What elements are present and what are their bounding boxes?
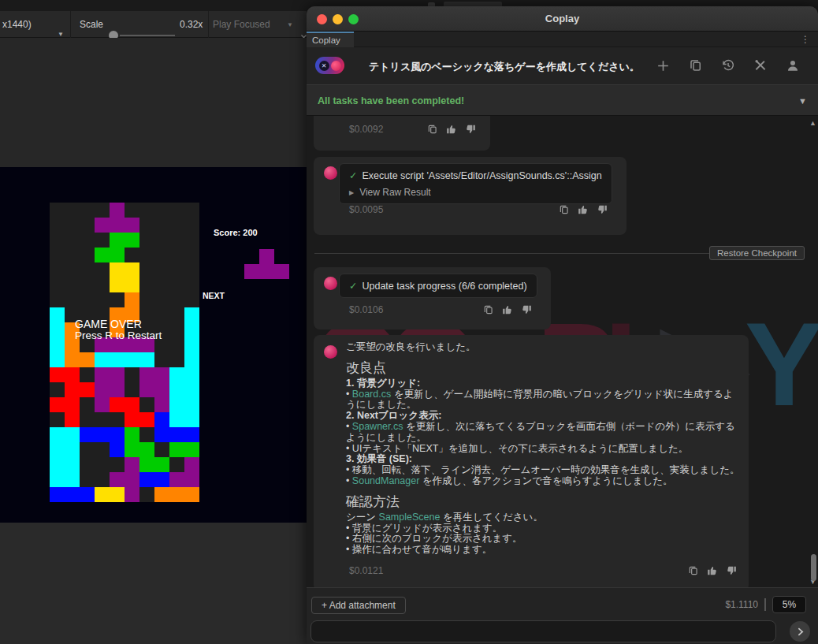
tetris-cell xyxy=(50,367,65,382)
tetris-cell xyxy=(125,487,139,502)
chat-input[interactable] xyxy=(310,620,776,642)
message-cost: $0.0092 xyxy=(349,124,383,135)
tetris-cell xyxy=(65,472,80,487)
tetris-cell xyxy=(50,397,65,412)
tetris-cell xyxy=(139,382,154,397)
tasks-status-banner[interactable]: All tasks have been completed! ▼ xyxy=(307,84,818,116)
tetris-cell xyxy=(110,352,125,367)
scale-slider-track[interactable] xyxy=(120,35,175,36)
thumbs-up-icon[interactable] xyxy=(578,204,589,215)
file-link[interactable]: Spawner.cs xyxy=(352,421,403,432)
tetris-cell xyxy=(169,412,184,427)
message-line: • SoundManager を作成し、各アクションで音を鳴らすようにしました。 xyxy=(346,476,740,487)
context-percent-button[interactable]: 5% xyxy=(772,596,806,613)
scrollbar-thumb[interactable] xyxy=(811,554,816,581)
tetris-cell xyxy=(80,487,95,502)
tetris-cell xyxy=(110,233,125,248)
triangle-right-icon: ▶ xyxy=(349,189,354,196)
tetris-cell xyxy=(154,457,169,472)
tab-coplay[interactable]: Coplay xyxy=(307,32,354,47)
tetris-cell xyxy=(125,457,139,472)
message-line: 1. 背景グリッド: xyxy=(346,378,740,389)
send-button[interactable] xyxy=(790,621,810,642)
unity-game-viewport[interactable]: Score: 200 NEXT GAME OVER Press R to Res… xyxy=(0,167,307,523)
tetris-cell xyxy=(65,427,80,442)
tasks-status-text: All tasks have been completed! xyxy=(318,95,464,106)
tetris-cell xyxy=(95,218,110,233)
tetris-cell xyxy=(184,382,199,397)
kebab-menu-icon[interactable]: ⋮ xyxy=(801,34,810,45)
user-account-icon[interactable] xyxy=(786,58,800,76)
tetris-cell xyxy=(139,367,154,382)
unity-game-toolbar: x1440) ▼ Scale 0.32x Play Focused ▼ xyxy=(0,11,307,38)
tab-bar: Coplay ⋮ xyxy=(307,32,818,47)
scale-value: 0.32x xyxy=(180,19,203,30)
thumbs-up-icon[interactable] xyxy=(707,565,718,576)
message-line: 2. Nextブロック表示: xyxy=(346,411,740,422)
user-prompt-title: テトリス風のベーシックな落ちゲーを作成してください。 xyxy=(369,60,640,74)
tetris-cell xyxy=(95,427,110,442)
tetris-cell xyxy=(125,427,139,442)
next-label: NEXT xyxy=(203,291,225,300)
add-attachment-button[interactable]: + Add attachment xyxy=(311,597,406,614)
tetris-cell xyxy=(139,457,154,472)
coplay-window: Coplay Coplay ⋮ ✕ テトリス風のベーシックな落ちゲーを作成してく… xyxy=(307,6,818,644)
history-icon[interactable] xyxy=(721,58,735,76)
file-link[interactable]: SoundManager xyxy=(352,475,419,486)
file-link[interactable]: SampleScene xyxy=(379,512,441,523)
new-chat-icon[interactable] xyxy=(656,58,671,76)
game-over-text: GAME OVER Press R to Restart xyxy=(75,318,162,341)
copy-message-icon[interactable] xyxy=(688,565,699,576)
tetris-cell xyxy=(139,442,154,457)
tetris-cell xyxy=(259,249,274,264)
view-raw-result-toggle[interactable]: ▶View Raw Result xyxy=(349,187,602,198)
thumbs-down-icon[interactable] xyxy=(521,304,532,315)
copy-message-icon[interactable] xyxy=(483,304,494,315)
unity-empty-panel-bottom xyxy=(0,523,307,644)
message-line: • UIテキスト「NEXT」を追加し、その下に表示されるように配置しました。 xyxy=(346,444,740,455)
coplay-logo-icon: ✕ xyxy=(315,57,344,74)
tetris-cell xyxy=(65,457,80,472)
tetris-cell xyxy=(110,203,125,218)
copy-message-icon[interactable] xyxy=(427,124,438,135)
copy-chat-icon[interactable] xyxy=(689,58,703,76)
thumbs-up-icon[interactable] xyxy=(502,304,513,315)
tetris-board xyxy=(50,203,199,502)
window-titlebar[interactable]: Coplay xyxy=(307,6,818,32)
tetris-cell xyxy=(169,472,184,487)
tetris-cell xyxy=(125,233,139,248)
scale-label: Scale xyxy=(80,19,103,30)
thumbs-down-icon[interactable] xyxy=(726,565,737,576)
tetris-cell xyxy=(50,307,65,322)
tetris-cell xyxy=(184,397,199,412)
tetris-cell xyxy=(95,397,110,412)
tetris-cell xyxy=(184,322,199,337)
thumbs-up-icon[interactable] xyxy=(446,124,457,135)
play-focused-dropdown[interactable]: Play Focused xyxy=(213,19,270,30)
scroll-up-arrow[interactable]: ▲ xyxy=(809,119,816,127)
watermark-letter: Y xyxy=(745,305,818,423)
tetris-cell xyxy=(110,442,125,457)
tetris-cell xyxy=(80,427,95,442)
composer: + Add attachment $1.1110 5% xyxy=(307,587,818,644)
tetris-cell xyxy=(110,248,125,262)
tetris-cell xyxy=(184,412,199,427)
chevron-down-icon[interactable]: ▼ xyxy=(798,96,807,106)
message-card-rich: ご要望の改良を行いました。改良点1. 背景グリッド:• Board.cs を更新… xyxy=(314,335,749,587)
toolbar-separator xyxy=(208,11,209,38)
total-cost: $1.1110 xyxy=(725,599,758,610)
tetris-cell xyxy=(125,292,139,307)
tools-icon[interactable] xyxy=(753,58,768,76)
file-link[interactable]: Board.cs xyxy=(352,389,391,400)
message-actions xyxy=(427,124,476,135)
restore-checkpoint-button[interactable]: Restore Checkpoint xyxy=(709,246,805,260)
thumbs-down-icon[interactable] xyxy=(465,124,476,135)
tetris-cell xyxy=(184,352,199,367)
copy-message-icon[interactable] xyxy=(559,204,570,215)
message-footer: $0.0095 xyxy=(349,204,608,215)
message-footer: $0.0121 xyxy=(349,565,737,576)
tetris-cell xyxy=(110,487,125,502)
thumbs-down-icon[interactable] xyxy=(597,204,608,215)
resolution-dropdown[interactable]: x1440) ▼ xyxy=(0,11,71,38)
tetris-cell xyxy=(184,442,199,457)
